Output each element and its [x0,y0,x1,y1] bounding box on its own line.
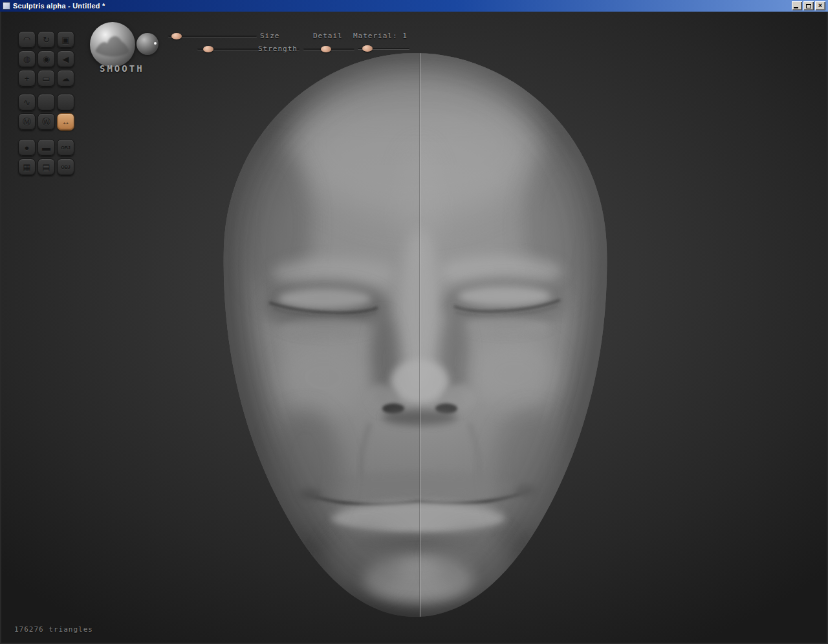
flatten-tool-button[interactable]: ▭ [38,70,55,87]
save-icon: ▦ [23,163,30,171]
draw-icon: ◍ [23,55,30,63]
pinch-tool-button[interactable]: ◀ [57,50,74,68]
sphere-icon: ● [25,144,30,152]
smooth-icon: ☁ [61,74,70,83]
import-obj-button[interactable]: OBJ [57,139,74,156]
plane-icon: ▬ [42,144,50,152]
strength-slider-handle[interactable] [203,46,213,52]
restore-button[interactable] [803,1,814,10]
strength-label: Strength [258,45,298,53]
detail-slider[interactable] [303,45,354,53]
app-icon [3,2,10,10]
crease-tool-button[interactable]: ◠ [18,31,36,48]
brush-alpha-shape [90,22,135,67]
window-title: Sculptris alpha - Untitled * [13,2,792,10]
new-sphere-button[interactable]: ● [18,139,36,156]
rotate-tool-button[interactable]: ↻ [38,31,55,48]
minimize-icon [794,7,798,8]
new-plane-button[interactable]: ▬ [38,139,55,156]
brush-preview-sphere[interactable] [90,22,135,67]
size-slider[interactable] [168,32,257,40]
inflate-tool-button[interactable]: ◉ [38,50,55,68]
reduce-icon: ∿ [23,98,30,107]
sculpt-tools-group: ◠ ↻ ▣ ◍ ◉ ◀ + ▭ ☁ [18,31,74,87]
load-button[interactable]: ▤ [38,158,55,176]
material-toggle-button[interactable]: Ⓜ [18,113,36,131]
size-slider-handle[interactable] [171,33,182,39]
wireframe-toggle-button[interactable]: Ⓦ [38,113,55,131]
brush-material-ball[interactable] [136,33,158,55]
scale-tool-button[interactable]: ▣ [57,31,74,48]
smooth-tool-button[interactable]: ☁ [57,70,74,87]
file-tools-group: ● ▬ OBJ ▦ ▤ OBJ [18,139,74,176]
option-toggles-group: ∿ Ⓜ Ⓦ ↔ [18,94,74,131]
close-button[interactable]: × [815,1,825,10]
reduce-tool-button[interactable]: ∿ [18,94,36,111]
material-slider[interactable] [358,45,409,52]
grab-tool-button[interactable]: + [18,70,36,87]
export-obj-button[interactable]: OBJ [57,158,74,176]
option-toggle-button-1[interactable] [38,94,55,111]
sculpt-viewport[interactable]: ◠ ↻ ▣ ◍ ◉ ◀ + ▭ ☁ ∿ Ⓜ Ⓦ ↔ ● ▬ OBJ [0,12,828,644]
model-canvas[interactable] [1,12,828,644]
draw-tool-button[interactable]: ◍ [18,50,36,68]
triangle-count: 176276 triangles [14,625,93,634]
tool-panel: ◠ ↻ ▣ ◍ ◉ ◀ + ▭ ☁ ∿ Ⓜ Ⓦ ↔ ● ▬ OBJ [18,31,74,176]
flatten-icon: ▭ [42,74,50,83]
title-bar[interactable]: Sculptris alpha - Untitled * × [0,0,828,12]
grab-icon: + [25,74,30,83]
detail-label: Detail [313,32,343,40]
scale-icon: ▣ [61,36,69,44]
face-model[interactable] [224,12,615,644]
symmetry-icon: ↔ [61,118,70,126]
export-obj-icon: OBJ [61,165,70,169]
detail-slider-handle[interactable] [321,46,331,52]
window-controls: × [792,1,825,10]
active-brush-name: SMOOTH [100,63,144,74]
import-obj-icon: OBJ [61,145,70,150]
crease-icon: ◠ [23,36,30,44]
rotate-icon: ↻ [43,36,50,44]
face-shading [224,12,615,644]
brush-detail-dot [154,42,157,45]
option-toggle-button-2[interactable] [57,94,74,111]
material-slider-handle[interactable] [362,45,373,52]
size-label: Size [260,32,280,40]
minimize-button[interactable] [792,1,802,10]
load-icon: ▤ [42,163,50,171]
inflate-icon: ◉ [43,55,50,63]
material-icon: Ⓜ [23,118,31,126]
restore-icon [806,4,811,8]
material-label: Material: 1 [353,32,408,40]
pinch-icon: ◀ [63,55,69,63]
app-window: Sculptris alpha - Untitled * × [0,0,828,644]
symmetry-toggle-button[interactable]: ↔ [57,113,74,131]
close-icon: × [818,2,822,9]
wireframe-icon: Ⓦ [42,118,50,126]
save-button[interactable]: ▦ [18,158,36,176]
